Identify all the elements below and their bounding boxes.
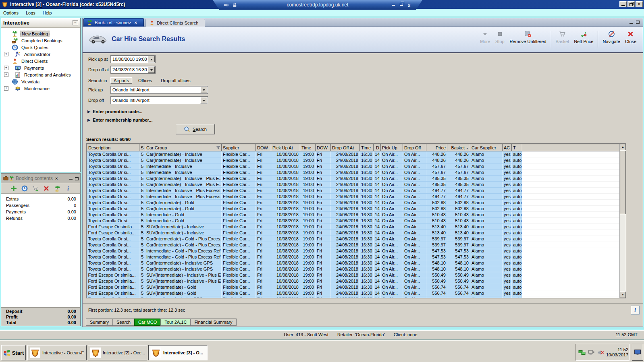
- result-row[interactable]: Toyota Corolla Or si...5Intermediate - G…: [87, 254, 621, 260]
- speaker-muted-icon[interactable]: [597, 350, 604, 356]
- column-header-basket[interactable]: Basket ▼: [447, 144, 470, 151]
- sidebar-item-viewdata[interactable]: Viewdata: [1, 78, 80, 85]
- column-header-car-group[interactable]: Car Group: [145, 144, 222, 151]
- result-row[interactable]: Ford Escape Or simila...5SUV(Intermediat…: [87, 272, 621, 278]
- column-header-drop-off[interactable]: Drop Off: [403, 144, 426, 151]
- sidebar-item-quick-quotes[interactable]: Quick Quotes: [1, 44, 80, 51]
- search-button[interactable]: Search: [176, 124, 215, 134]
- toolbar-remove-unfiltered-button[interactable]: Remove Unfiltered: [507, 30, 548, 44]
- result-row[interactable]: Toyota Corolla Or si...5Car(Intermediate…: [87, 200, 621, 206]
- clock-icon[interactable]: [21, 185, 28, 192]
- column-header-s[interactable]: S: [139, 144, 145, 151]
- menu-item-options[interactable]: Options: [3, 10, 19, 15]
- panel-minimize-icon[interactable]: [69, 176, 73, 181]
- column-header-t[interactable]: T: [512, 144, 522, 151]
- rdp-close-button[interactable]: x: [408, 1, 410, 10]
- bottom-tab-search[interactable]: Search: [112, 319, 135, 326]
- scrollbar-thumb[interactable]: [620, 151, 626, 214]
- palm-icon[interactable]: [54, 185, 60, 192]
- booking-contents-row[interactable]: Extras0.00: [1, 196, 80, 202]
- tabgroup-maximize-icon[interactable]: [636, 20, 640, 25]
- dropoff-at-combo[interactable]: 24/08/2018 16:30: [110, 66, 156, 74]
- result-row[interactable]: Toyota Corolla Or si...5Intermediate - I…: [87, 188, 621, 194]
- expand-icon[interactable]: +: [4, 72, 8, 77]
- taskbar-task-3[interactable]: Interactive [3] - O...: [148, 345, 208, 360]
- result-row[interactable]: Ford Escape Or simila...5SUV(Intermediat…: [87, 278, 621, 284]
- booking-contents-row[interactable]: Refunds0.00: [1, 215, 80, 221]
- sidebar-item-reporting-and-analytics[interactable]: +Reporting and Analytics: [1, 71, 80, 78]
- result-row[interactable]: Ford Escape Or simila...5SUV(Intermediat…: [87, 290, 621, 296]
- sidebar-item-new-booking[interactable]: New Booking: [1, 30, 80, 37]
- scroll-down-icon[interactable]: ▼: [620, 292, 626, 298]
- dropdown-arrow-icon[interactable]: [148, 66, 155, 73]
- menu-item-logs[interactable]: Logs: [26, 10, 35, 15]
- panel-maximize-icon[interactable]: [75, 176, 79, 181]
- taskbar-task-2[interactable]: Interactive [2] - Oce...: [88, 345, 147, 360]
- toolbar-navigate-button[interactable]: Navigate: [600, 30, 622, 44]
- scroll-up-icon[interactable]: ▲: [620, 144, 626, 150]
- show-desktop-button[interactable]: [632, 344, 643, 361]
- pickup-combo[interactable]: Orlando Intl Airport: [110, 86, 208, 94]
- expand-icon[interactable]: +: [4, 52, 8, 56]
- result-row[interactable]: Ford Escape Or simila...5SUV(Intermediat…: [87, 224, 621, 230]
- sidebar-item-administrator[interactable]: +Administrator: [1, 51, 80, 58]
- minimize-button[interactable]: [619, 1, 627, 7]
- expand-icon[interactable]: +: [4, 86, 8, 91]
- info-button[interactable]: i: [631, 306, 640, 314]
- pickup-at-combo[interactable]: 10/08/2018 19:00: [110, 55, 156, 63]
- search-in-airports[interactable]: Airports: [110, 77, 132, 84]
- expand-icon[interactable]: +: [4, 66, 8, 70]
- result-row[interactable]: Toyota Corolla Or si...5Car(Intermediate…: [87, 242, 621, 248]
- column-header-description[interactable]: Description: [87, 144, 139, 151]
- result-row[interactable]: Toyota Corolla Or si...5Intermediate - G…: [87, 248, 621, 254]
- toolbar-nett-price-button[interactable]: Nett Price: [571, 30, 596, 44]
- tab-book-ref-none[interactable]: Book. ref.: <none>×: [83, 18, 144, 27]
- tabgroup-minimize-icon[interactable]: [629, 20, 633, 25]
- tab-direct-clients-search[interactable]: Direct Clients Search: [145, 19, 205, 27]
- sidebar-item-payments[interactable]: +$Payments: [1, 64, 80, 71]
- bottom-tab-car-mco[interactable]: Car MCO: [134, 319, 161, 326]
- delete-icon[interactable]: [43, 185, 50, 192]
- search-in-drop-off-offices[interactable]: Drop off offices: [158, 78, 193, 83]
- menu-item-help[interactable]: Help: [43, 10, 52, 15]
- close-tab-icon[interactable]: ×: [135, 20, 137, 25]
- dropoff-combo[interactable]: Orlando Intl Airport: [110, 96, 208, 104]
- membership-number-expander[interactable]: ▶ Enter membership number...: [87, 117, 152, 123]
- network-icon[interactable]: [578, 350, 586, 356]
- dropdown-arrow-icon[interactable]: [148, 56, 155, 62]
- column-header-drop-off-at[interactable]: Drop Off At: [331, 144, 360, 151]
- result-row[interactable]: Ford Escape Or simila...5SUV(Intermediat…: [87, 284, 621, 290]
- result-row[interactable]: Toyota Corolla Or si...5Intermediate - I…: [87, 296, 621, 299]
- result-row[interactable]: Toyota Corolla Or si...5Car(Intermediate…: [87, 157, 621, 163]
- dropdown-arrow-icon[interactable]: [200, 87, 207, 93]
- column-header-car-supplier[interactable]: Car Supplier: [470, 144, 503, 151]
- info-icon[interactable]: i: [65, 185, 71, 192]
- restore-button[interactable]: [627, 1, 635, 7]
- result-row[interactable]: Toyota Corolla Or si...5Intermediate - G…: [87, 212, 621, 218]
- result-row[interactable]: Toyota Corolla Or si...5Intermediate - I…: [87, 194, 621, 200]
- start-button[interactable]: Start: [1, 345, 26, 360]
- search-in-offices[interactable]: Offices: [135, 78, 155, 83]
- result-row[interactable]: Toyota Corolla Or si...5Car(Intermediate…: [87, 151, 621, 157]
- result-row[interactable]: Toyota Corolla Or si...5Intermediate - I…: [87, 163, 621, 170]
- column-header-supplier[interactable]: Supplier: [222, 144, 256, 151]
- add-icon[interactable]: [10, 185, 17, 192]
- bottom-tab-summary[interactable]: Summary: [86, 319, 113, 326]
- dropdown-arrow-icon[interactable]: [200, 97, 207, 103]
- taskbar-task-1[interactable]: Interactive - Ocean-F...: [27, 345, 87, 360]
- column-header-time[interactable]: Time: [360, 144, 374, 151]
- plug-icon[interactable]: [588, 350, 595, 356]
- result-row[interactable]: Toyota Corolla Or si...5Car(Intermediate…: [87, 182, 621, 188]
- result-row[interactable]: Toyota Corolla Or si...5Car(Intermediate…: [87, 236, 621, 242]
- column-header-dow[interactable]: DOW: [256, 144, 271, 151]
- booking-contents-row[interactable]: Passengers0: [1, 202, 80, 209]
- result-row[interactable]: Ford Escape Or simila...5SUV(Intermediat…: [87, 230, 621, 236]
- collapse-panel-button[interactable]: −: [73, 20, 78, 25]
- booking-contents-row[interactable]: Payments0.00: [1, 209, 80, 215]
- result-row[interactable]: Toyota Corolla Or si...5Intermediate - I…: [87, 170, 621, 176]
- sidebar-item-maintenance[interactable]: +Maintenance: [1, 85, 80, 92]
- cart-transfer-icon[interactable]: [32, 185, 39, 192]
- column-header-dow[interactable]: DOW: [316, 144, 331, 151]
- result-row[interactable]: Toyota Corolla Or si...5Car(Intermediate…: [87, 206, 621, 212]
- pin-icon[interactable]: [223, 2, 229, 8]
